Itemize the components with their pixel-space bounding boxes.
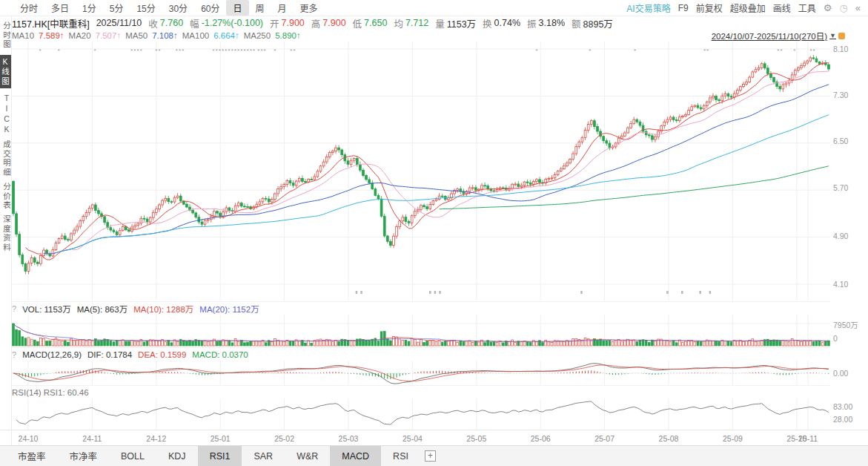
snapshot-icon[interactable] [838, 33, 845, 39]
forward-adjust-button[interactable]: 前复权 [696, 1, 723, 14]
volume-ma5: MA(5): 863万 [77, 303, 127, 315]
help-icon[interactable]: ? [12, 350, 16, 359]
tab-boll[interactable]: BOLL [109, 446, 156, 466]
super-overlay-button[interactable]: 超级叠加 [730, 1, 766, 14]
rsi-chart[interactable] [12, 398, 830, 430]
macd-chart[interactable] [12, 361, 830, 385]
svg-text:*: * [130, 47, 133, 54]
tab-macd[interactable]: MACD [330, 446, 381, 466]
tab-wr[interactable]: W&R [285, 446, 330, 466]
indicator-tabbar: 市盈率 市净率 BOLL KDJ RSI1 SAR W&R MACD RSI + [0, 445, 868, 466]
add-indicator-button[interactable]: + [425, 446, 436, 466]
toolbar-right: AI交易策略 F9 前复权 超级叠加 画线 工具 ⚙ ◷ « [626, 1, 861, 14]
svg-text:*: * [294, 47, 296, 54]
open-label: 开 [270, 16, 279, 30]
svg-text:*: * [809, 47, 812, 54]
ma100-value: 6.664↑ [213, 31, 239, 40]
svg-text:*: * [290, 47, 292, 54]
svg-text:*: * [777, 47, 779, 54]
svg-text:*: * [228, 47, 230, 54]
amplitude-label: 振 [527, 16, 537, 30]
period-tab-weekly[interactable]: 周 [249, 0, 271, 16]
period-tab-more[interactable]: 更多 [294, 0, 325, 16]
rsi-header: RSI(14) RSI1: 60.46 [12, 385, 830, 398]
period-tab-30min[interactable]: 30分 [162, 0, 194, 16]
period-tab-fenshi[interactable]: 分时 [13, 0, 44, 16]
svg-text:*: * [250, 47, 252, 54]
price-tick: 4.90 [833, 232, 867, 240]
sidebar-item-trade-detail[interactable]: 成交明细 [1, 140, 11, 177]
avg-label: 均 [394, 16, 403, 30]
gear-icon[interactable]: ⚙ [824, 2, 832, 13]
period-tab-15min[interactable]: 15分 [130, 0, 162, 16]
volume-ma20: MA(20): 1152万 [199, 303, 259, 315]
f9-button[interactable]: F9 [678, 3, 689, 13]
sidebar-item-fenshitu[interactable]: 分时图 [1, 22, 11, 50]
svg-text:*: * [93, 47, 96, 54]
ma250-label: MA250 [244, 31, 271, 40]
period-tab-duori[interactable]: 多日 [44, 0, 76, 16]
svg-text:*: * [536, 47, 538, 54]
svg-text:*: * [225, 47, 227, 54]
volume-axis-max: 7950万 [833, 319, 867, 330]
draw-line-button[interactable]: 画线 [773, 1, 791, 14]
low-label: 低 [353, 16, 362, 30]
candlestick-chart[interactable]: ****************************************… [12, 42, 830, 301]
rsi-lower-tick: 28.00 [833, 415, 867, 424]
svg-text:*: * [793, 47, 795, 54]
price-tick: 6.50 [833, 137, 867, 145]
period-tab-monthly[interactable]: 月 [271, 0, 294, 16]
clock-icon[interactable]: ◷ [839, 2, 847, 13]
x-axis-label: 25-06 [531, 434, 551, 443]
period-tab-1min[interactable]: 1分 [76, 0, 103, 16]
svg-text:*: * [136, 47, 139, 54]
x-axis: 24-1024-1124-1225-0125-0225-0325-0425-05… [0, 430, 868, 445]
period-tabs: 分时 多日 1分 5分 15分 30分 60分 日 周 月 更多 [13, 0, 325, 16]
svg-text:*: * [155, 47, 157, 54]
tab-pe-ratio[interactable]: 市盈率 [6, 446, 58, 466]
svg-text:*: * [234, 47, 236, 54]
tab-pb-ratio[interactable]: 市净率 [58, 446, 110, 466]
date-range-selector[interactable]: 2024/10/07-2025/11/10(270日) ▼ [712, 30, 845, 42]
period-tab-60min[interactable]: 60分 [194, 0, 226, 16]
svg-text:*: * [179, 47, 181, 54]
sidebar-item-price-table[interactable]: 分价表 [1, 183, 11, 211]
volume-chart[interactable] [12, 315, 830, 347]
volume-axis-min: 0 [833, 334, 867, 343]
svg-text:*: * [176, 47, 178, 54]
date-range-text: 2024/10/07-2025/11/10(270日) [712, 30, 827, 42]
symbol-name: 1157.HK[中联重科] [12, 16, 90, 30]
svg-text:*: * [158, 47, 160, 54]
svg-text:*: * [133, 47, 136, 54]
plus-icon: + [425, 450, 436, 462]
price-tick: 8.10 [833, 45, 867, 53]
x-axis-label: 25-11 [798, 434, 818, 443]
quote-date: 2025/11/10 [96, 18, 142, 28]
svg-text:*: * [212, 47, 214, 54]
tools-button[interactable]: 工具 [798, 1, 816, 14]
top-toolbar: 分时 多日 1分 5分 15分 30分 60分 日 周 月 更多 AI交易策略 … [0, 0, 868, 16]
help-icon[interactable]: ? [12, 304, 16, 313]
svg-text:*: * [706, 47, 709, 54]
svg-text:*: * [813, 47, 815, 54]
sidebar-item-kline[interactable]: K线图 [0, 55, 11, 88]
tab-kdj[interactable]: KDJ [156, 446, 198, 466]
tab-sar[interactable]: SAR [242, 446, 285, 466]
open-value: 7.900 [282, 18, 305, 28]
amount-value: 8895万 [583, 16, 613, 30]
tab-rsi1[interactable]: RSI1 [198, 446, 242, 466]
turnover-label: 换 [483, 16, 492, 30]
ai-strategy-button[interactable]: AI交易策略 [626, 1, 670, 14]
volume-label: 量 [435, 16, 445, 30]
period-tab-daily[interactable]: 日 [226, 0, 248, 16]
chart-type-sidebar: 分时图 K线图 TICK 成交明细 分价表 深度资料 [0, 16, 12, 445]
collapse-icon[interactable]: « [855, 2, 861, 13]
tab-rsi[interactable]: RSI [381, 446, 420, 466]
sidebar-item-tick[interactable]: TICK [1, 93, 11, 135]
amplitude-value: 3.18% [539, 18, 565, 28]
x-axis-label: 25-09 [723, 434, 743, 443]
svg-text:*: * [222, 47, 224, 54]
sidebar-item-depth-data[interactable]: 深度资料 [1, 215, 11, 252]
svg-text:*: * [257, 47, 259, 54]
period-tab-5min[interactable]: 5分 [103, 0, 130, 16]
